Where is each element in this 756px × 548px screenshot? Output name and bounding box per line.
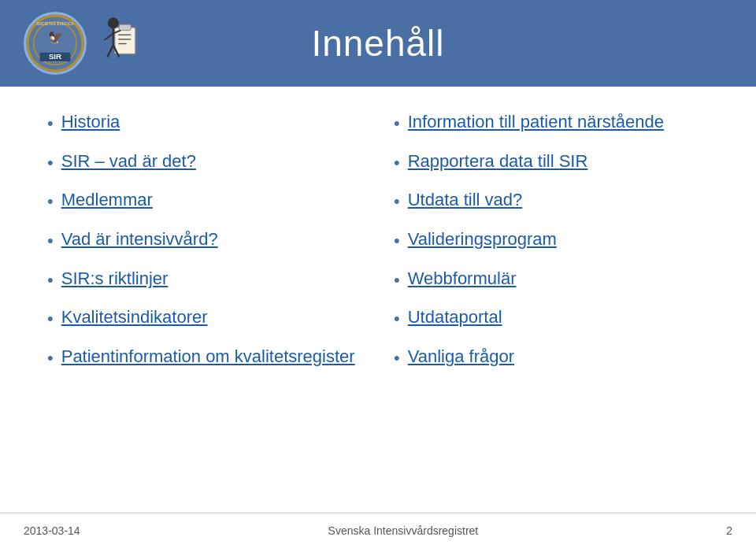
bullet-dot: • [394,190,400,213]
list-item: • Rapportera data till SIR [394,150,709,175]
bullet-dot: • [394,268,400,292]
sir-vad-link[interactable]: SIR – vad är det? [61,150,196,173]
page-title: Innehåll [197,22,732,65]
info-patient-link[interactable]: Information till patient närstående [408,110,664,134]
org-emblem: SOCIETAS SVECICA CHIRURGIAE 🦅 SIR [24,12,87,75]
header-figure [94,12,150,75]
bullet-dot: • [394,151,400,175]
utdata-link[interactable]: Utdata till vad? [408,188,523,212]
bullet-dot: • [47,307,54,331]
list-item: • Historia [47,110,362,135]
list-item: • Medlemmar [47,188,362,213]
list-item: • Valideringsprogram [394,228,709,253]
bullet-dot: • [394,307,400,331]
svg-text:SIR: SIR [49,52,61,61]
svg-text:🦅: 🦅 [48,30,64,45]
svg-line-16 [107,45,113,57]
valideringsprogram-link[interactable]: Valideringsprogram [408,228,557,251]
left-bullet-list: • Historia • SIR – vad är det? • Medlemm… [47,110,362,384]
right-column: • Information till patient närstående • … [394,110,709,497]
list-item: • Patientinformation om kvalitetsregiste… [47,345,362,370]
utdataportal-link[interactable]: Utdataportal [408,305,502,329]
svg-point-12 [108,17,118,28]
footer-org: Svenska Intensivvårdsregistret [328,524,479,537]
list-item: • Kvalitetsindikatorer [47,305,362,331]
logo-area: SOCIETAS SVECICA CHIRURGIAE 🦅 SIR [24,12,197,75]
bullet-dot: • [394,112,400,135]
left-column: • Historia • SIR – vad är det? • Medlemm… [47,110,362,497]
list-item: • SIR:s riktlinjer [47,267,362,292]
bullet-dot: • [47,151,54,175]
vad-intensivvard-link[interactable]: Vad är intensivvård? [61,228,218,251]
list-item: • Utdata till vad? [394,188,709,213]
bullet-dot: • [47,190,54,213]
list-item: • Vad är intensivvård? [47,228,362,253]
rapportera-link[interactable]: Rapportera data till SIR [408,150,588,173]
svg-rect-8 [119,24,131,31]
bullet-dot: • [47,229,54,253]
right-bullet-list: • Information till patient närstående • … [394,110,709,384]
svg-line-14 [104,33,113,39]
main-content: • Historia • SIR – vad är det? • Medlemm… [0,87,756,513]
webbformular-link[interactable]: Webbformulär [408,267,517,291]
footer-page: 2 [726,524,732,537]
historia-link[interactable]: Historia [61,110,120,134]
footer-date: 2013-03-14 [24,524,80,537]
list-item: • Vanliga frågor [394,345,709,370]
list-item: • Utdataportal [394,305,709,331]
list-item: • Webbformulär [394,267,709,292]
vanliga-fragor-link[interactable]: Vanliga frågor [408,345,514,368]
list-item: • SIR – vad är det? [47,150,362,175]
svg-text:SOCIETAS SVECICA: SOCIETAS SVECICA [36,22,74,26]
header: SOCIETAS SVECICA CHIRURGIAE 🦅 SIR [0,0,756,87]
bullet-dot: • [47,346,54,370]
patientinformation-link[interactable]: Patientinformation om kvalitetsregister [61,345,355,368]
bullet-dot: • [394,229,400,253]
bullet-dot: • [47,268,54,292]
sirs-riktlinjer-link[interactable]: SIR:s riktlinjer [61,267,169,291]
medlemmar-link[interactable]: Medlemmar [61,188,153,212]
bullet-dot: • [394,346,400,370]
bullet-dot: • [47,112,54,135]
list-item: • Information till patient närstående [394,110,709,135]
footer: 2013-03-14 Svenska Intensivvårdsregistre… [0,513,756,548]
kvalitetsindikatorer-link[interactable]: Kvalitetsindikatorer [61,305,208,329]
